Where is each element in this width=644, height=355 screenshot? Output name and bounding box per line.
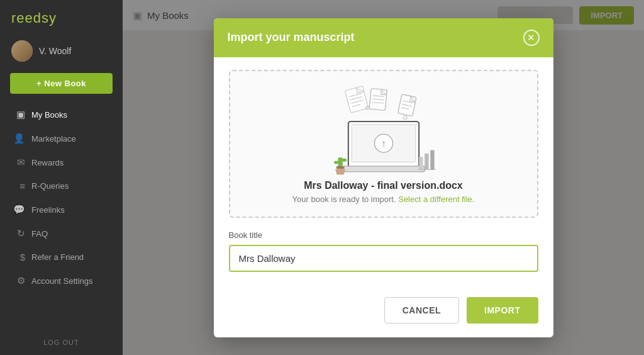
file-name: Mrs Dalloway - final version.docx (243, 180, 525, 191)
sidebar-item-label: Refer a Friend (31, 252, 84, 262)
cancel-button[interactable]: CANCEL (384, 297, 459, 324)
close-icon: ✕ (527, 33, 535, 42)
sidebar-item-refer[interactable]: $ Refer a Friend (0, 245, 123, 269)
dropzone-subtext: Your book is ready to import. Select a d… (243, 194, 525, 204)
sidebar-item-label: Account Settings (31, 276, 93, 286)
svg-rect-21 (334, 161, 338, 164)
queries-icon: ≡ (11, 181, 25, 191)
modal-title: Import your manuscript (228, 31, 355, 44)
svg-point-14 (403, 116, 406, 119)
dropzone-illustration: ↑ (321, 86, 447, 178)
modal-header: Import your manuscript ✕ (214, 18, 553, 57)
new-book-button[interactable]: + New Book (10, 73, 113, 94)
sidebar-item-label: Marketplace (31, 134, 76, 144)
sidebar-item-label: R-Queries (31, 181, 69, 191)
sidebar-item-account-settings[interactable]: ⚙ Account Settings (0, 269, 123, 293)
sidebar-item-marketplace[interactable]: 👤 Marketplace (0, 127, 123, 150)
sidebar-item-r-queries[interactable]: ≡ R-Queries (0, 174, 123, 198)
select-file-link[interactable]: Select a different file. (398, 194, 474, 204)
sidebar-item-faq[interactable]: ↻ FAQ (0, 222, 123, 245)
svg-rect-22 (341, 159, 346, 162)
sidebar-item-label: Rewards (31, 158, 64, 167)
modal-close-button[interactable]: ✕ (523, 30, 540, 46)
rewards-icon: ✉ (11, 157, 25, 168)
modal-body: ↑ (214, 57, 553, 287)
svg-rect-25 (419, 157, 423, 169)
app-logo: reedsy (0, 0, 123, 34)
logout-button[interactable]: LOG OUT (0, 330, 123, 355)
marketplace-icon: 👤 (11, 133, 25, 144)
import-button[interactable]: IMPORT (467, 297, 538, 324)
sidebar-item-rewards[interactable]: ✉ Rewards (0, 150, 123, 174)
sidebar-nav: ▣ My Books 👤 Marketplace ✉ Rewards ≡ R-Q… (0, 103, 123, 330)
svg-rect-19 (342, 166, 425, 171)
sidebar-item-freelinks[interactable]: 💬 Freelinks (0, 198, 123, 222)
file-dropzone[interactable]: ↑ (229, 70, 538, 218)
freelinks-icon: 💬 (11, 204, 25, 215)
settings-icon: ⚙ (11, 275, 25, 286)
main-content: ▣ My Books IMPORT Import your manuscript… (123, 0, 644, 355)
book-title-label: Book title (229, 230, 538, 240)
username: V. Woolf (39, 46, 71, 56)
book-icon: ▣ (11, 109, 25, 120)
modal-overlay: Import your manuscript ✕ (123, 0, 644, 355)
sidebar-item-label: FAQ (31, 229, 48, 239)
faq-icon: ↻ (11, 228, 25, 239)
sidebar-item-my-books[interactable]: ▣ My Books (0, 103, 123, 127)
svg-rect-26 (425, 153, 428, 169)
svg-rect-27 (430, 150, 434, 169)
avatar (11, 40, 33, 62)
import-modal: Import your manuscript ✕ (214, 18, 553, 337)
sidebar-item-label: Freelinks (31, 205, 65, 215)
svg-text:↑: ↑ (381, 138, 386, 149)
modal-footer: CANCEL IMPORT (214, 287, 553, 337)
svg-rect-23 (336, 166, 344, 169)
user-profile: V. Woolf (0, 34, 123, 68)
refer-icon: $ (11, 252, 25, 262)
sidebar: reedsy V. Woolf + New Book ▣ My Books 👤 … (0, 0, 123, 355)
svg-marker-24 (335, 169, 345, 174)
sidebar-item-label: My Books (31, 110, 67, 120)
book-title-input[interactable] (229, 245, 538, 272)
